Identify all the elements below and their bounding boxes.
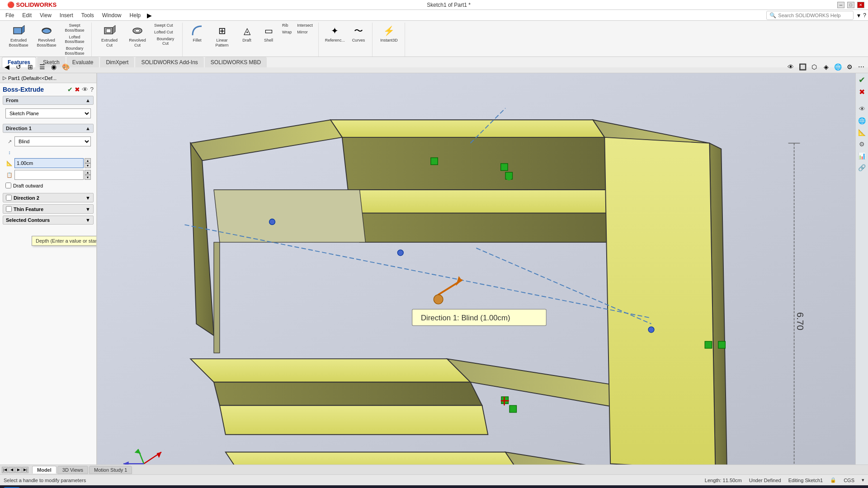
cancel-viewport-button[interactable]: ✖ xyxy=(857,87,867,97)
cmd-rotate-left[interactable]: ↺ xyxy=(14,62,24,72)
eye-button[interactable]: 👁 xyxy=(82,86,88,93)
reference-button[interactable]: ✦ Referenc... xyxy=(323,23,347,44)
svg-point-43 xyxy=(648,327,654,333)
cmd-more[interactable]: ⋯ xyxy=(856,62,866,72)
reference-icon: ✦ xyxy=(328,23,342,38)
tab-motion-study[interactable]: Motion Study 1 xyxy=(89,466,132,474)
draft-outward-checkbox[interactable] xyxy=(5,183,11,188)
tab-nav-next[interactable]: ▶ xyxy=(15,467,22,473)
intersect-button[interactable]: Intersect xyxy=(295,23,315,28)
fillet-icon xyxy=(190,23,204,38)
cmd-circle[interactable]: ◉ xyxy=(49,62,59,72)
tab-mbd[interactable]: SOLIDWORKS MBD xyxy=(205,57,267,67)
direction2-checkbox[interactable] xyxy=(6,195,12,201)
right-panel-icon1[interactable]: 👁 xyxy=(857,104,867,114)
cmd-list[interactable]: ☰ xyxy=(37,62,47,72)
menu-edit[interactable]: Edit xyxy=(19,11,35,19)
status-defined: Under Defined xyxy=(749,478,781,483)
viewport[interactable]: 6.70 xyxy=(97,73,855,465)
boundary-boss-base-button[interactable]: Boundary Boss/Base xyxy=(61,46,88,56)
tab-nav-last[interactable]: ▶| xyxy=(22,467,28,473)
from-select[interactable]: Sketch Plane xyxy=(5,108,91,118)
tab-nav-prev[interactable]: ◀ xyxy=(9,467,15,473)
cmd-view2[interactable]: 🔲 xyxy=(797,62,807,72)
cmd-color[interactable]: 🎨 xyxy=(61,62,71,72)
swept-cut-button[interactable]: Swept Cut xyxy=(152,23,179,28)
depth-input[interactable] xyxy=(14,158,84,168)
search-input[interactable] xyxy=(778,13,850,18)
cmd-grid[interactable]: ⊞ xyxy=(25,62,35,72)
right-panel-icon3[interactable]: 📐 xyxy=(857,127,867,137)
boundary-cut-button[interactable]: Boundary Cut xyxy=(152,36,179,47)
cmd-display[interactable]: ◈ xyxy=(821,62,831,72)
revolved-cut-label: Revolved Cut xyxy=(126,38,149,48)
status-more[interactable]: ▾ xyxy=(862,477,864,483)
instant3d-button[interactable]: ⚡ Instant3D xyxy=(378,23,400,44)
help-button[interactable]: ? xyxy=(90,86,94,93)
minimize-button[interactable]: ─ xyxy=(837,2,844,8)
thin-feature-checkbox[interactable] xyxy=(6,206,12,212)
extra-spinner: ▲ ▼ xyxy=(85,170,91,180)
mirror-button[interactable]: Mirror xyxy=(295,29,315,35)
direction1-section-header[interactable]: Direction 1 ▲ xyxy=(3,124,94,133)
menu-arrow[interactable]: ▶ xyxy=(147,12,152,19)
cmd-render[interactable]: ⚙ xyxy=(844,62,854,72)
maximize-button[interactable]: □ xyxy=(847,2,854,8)
tab-addins[interactable]: SOLIDWORKS Add-Ins xyxy=(135,57,203,67)
extra-input[interactable] xyxy=(14,170,84,180)
menu-view[interactable]: View xyxy=(36,11,55,19)
extra-up[interactable]: ▲ xyxy=(85,170,91,175)
extruded-boss-base-button[interactable]: Extruded Boss/Base xyxy=(5,23,32,49)
menu-window[interactable]: Window xyxy=(99,11,125,19)
menu-file[interactable]: File xyxy=(2,11,18,19)
shell-button[interactable]: ▭ Shell xyxy=(259,23,278,44)
end-condition-select[interactable]: Blind xyxy=(14,136,91,146)
close-button[interactable]: ✕ xyxy=(857,2,864,8)
menu-insert[interactable]: Insert xyxy=(56,11,77,19)
draft-button[interactable]: ◬ Draft xyxy=(237,23,257,44)
menu-help[interactable]: Help xyxy=(126,11,145,19)
extruded-cut-button[interactable]: Extruded Cut xyxy=(96,23,123,49)
cmd-view3[interactable]: ⬡ xyxy=(809,62,819,72)
from-section-header[interactable]: From ▲ xyxy=(3,96,94,105)
cancel-button[interactable]: ✖ xyxy=(75,86,80,93)
curves-button[interactable]: 〜 Curves xyxy=(349,23,368,44)
tab-dimxpert[interactable]: DimXpert xyxy=(100,57,134,67)
extra-down[interactable]: ▼ xyxy=(85,175,91,180)
revolved-cut-icon xyxy=(130,23,145,38)
flip-direction-row: ↕ xyxy=(5,148,91,156)
svg-point-41 xyxy=(397,250,403,256)
lofted-cut-button[interactable]: Lofted Cut xyxy=(152,29,179,35)
right-panel-icon5[interactable]: 📊 xyxy=(857,151,867,161)
cmd-arrow-left[interactable]: ◀ xyxy=(2,62,12,72)
depth-down[interactable]: ▼ xyxy=(85,163,91,168)
right-panel-icon4[interactable]: ⚙ xyxy=(857,139,867,149)
menu-tools[interactable]: Tools xyxy=(78,11,98,19)
cmd-scene[interactable]: 🌐 xyxy=(833,62,843,72)
tab-evaluate[interactable]: Evaluate xyxy=(66,57,99,67)
fillet-button[interactable]: Fillet xyxy=(187,23,207,44)
right-panel-icon2[interactable]: 🌐 xyxy=(857,116,867,126)
cmd-view1[interactable]: 👁 xyxy=(786,62,796,72)
wrap-button[interactable]: Wrap xyxy=(280,29,293,35)
rib-button[interactable]: Rib xyxy=(280,23,293,28)
depth-up[interactable]: ▲ xyxy=(85,158,91,163)
svg-rect-35 xyxy=(705,341,712,348)
right-panel-icon6[interactable]: 🔗 xyxy=(857,163,867,173)
thin-feature-section[interactable]: Thin Feature ▼ xyxy=(3,204,94,214)
revolved-cut-button[interactable]: Revolved Cut xyxy=(124,23,151,49)
swept-boss-base-button[interactable]: Swept Boss/Base xyxy=(61,23,88,33)
selected-contours-section[interactable]: Selected Contours ▼ xyxy=(3,216,94,225)
tab-3d-views[interactable]: 3D Views xyxy=(57,466,88,474)
svg-point-44 xyxy=(269,219,275,225)
revolved-boss-base-button[interactable]: Revolved Boss/Base xyxy=(33,23,60,49)
tab-nav-first[interactable]: |◀ xyxy=(2,467,8,473)
confirm-viewport-button[interactable]: ✔ xyxy=(857,75,867,85)
tab-model[interactable]: Model xyxy=(32,466,57,474)
lofted-boss-base-button[interactable]: Lofted Boss/Base xyxy=(61,34,88,45)
help-icon[interactable]: ? xyxy=(863,12,866,19)
confirm-button[interactable]: ✔ xyxy=(67,86,73,93)
search-dropdown[interactable]: ▾ xyxy=(857,12,860,19)
linear-pattern-button[interactable]: ⊞ Linear Pattern xyxy=(209,23,235,49)
direction2-section[interactable]: Direction 2 ▼ xyxy=(3,193,94,202)
